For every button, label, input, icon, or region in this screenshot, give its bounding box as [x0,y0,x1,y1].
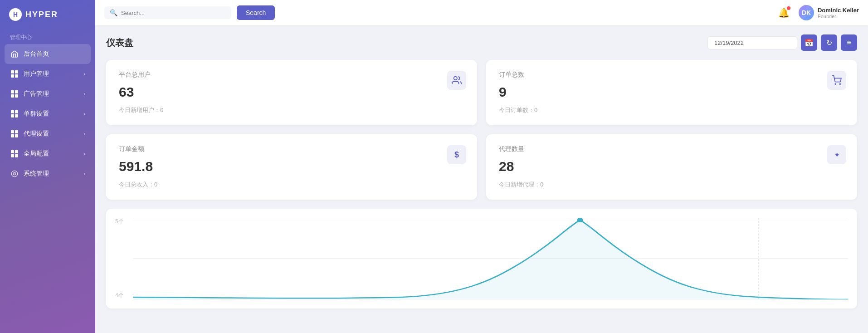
search-input[interactable] [121,10,212,16]
sidebar-section-label: 管理中心 [0,29,95,44]
user-role: Founder [818,14,859,19]
ad-icon [10,89,19,98]
users-icon [10,69,19,78]
svg-point-1 [11,171,17,176]
user-name: Dominic Keller [818,7,859,14]
chevron-right-icon: › [83,111,85,117]
sidebar-item-proxy-settings[interactable]: 代理设置 › [0,124,95,144]
sidebar-item-label-proxy: 代理设置 [24,130,49,138]
user-profile[interactable]: DK Dominic Keller Founder [799,5,859,20]
stat-card-total-orders: 订单总数 9 今日订单数：0 [486,60,857,125]
chevron-right-icon: › [83,151,85,157]
header: 🔍 Search 🔔 DK Dominic Keller Founder [95,0,868,25]
sidebar: H HYPER 管理中心 后台首页 用户管理 › 广告管理 › 单群设置 [0,0,95,333]
chevron-right-icon: › [83,91,85,97]
dashboard-controls: 📅 ↻ ≡ [707,34,857,51]
sidebar-item-system-management[interactable]: 系统管理 › [0,164,95,184]
stat-icon-amount: $ [447,145,466,164]
chart-y-label-top: 5个 [115,218,124,225]
svg-point-3 [835,83,836,84]
sidebar-item-label-config: 全局配置 [24,150,49,158]
filter-button[interactable]: ≡ [841,34,857,51]
sidebar-item-label-dashboard: 后台首页 [24,50,49,58]
svg-point-0 [13,172,15,175]
stat-label-users: 平台总用户 [119,71,464,79]
logo-icon: H [9,8,22,21]
page-title: 仪表盘 [106,37,133,49]
stat-label-amount: 订单金额 [119,145,464,153]
search-icon: 🔍 [110,9,117,16]
chart-y-label-bottom: 4个 [115,292,124,299]
calendar-icon: 📅 [805,39,814,47]
search-button[interactable]: Search [237,5,275,20]
system-icon [10,169,19,178]
date-picker[interactable] [707,36,797,49]
stat-sub-users: 今日新增用户：0 [119,106,464,114]
search-wrapper: 🔍 [104,6,231,19]
stat-label-orders: 订单总数 [499,71,844,79]
refresh-icon: ↻ [826,39,832,47]
chart-y-labels: 5个 4个 [115,218,124,299]
stat-value-amount: 591.8 [119,159,464,174]
svg-point-2 [454,77,457,80]
chevron-right-icon: › [83,71,85,77]
calendar-button[interactable]: 📅 [801,34,817,51]
stat-card-agent-count: 代理数量 28 今日新增代理：0 ✦ [486,134,857,200]
stat-card-order-amount: 订单金额 591.8 今日总收入：0 $ [106,134,477,200]
stat-value-users: 63 [119,84,464,100]
svg-point-9 [577,218,583,222]
stat-sub-orders: 今日订单数：0 [499,106,844,114]
stat-icon-agent: ✦ [827,145,846,164]
home-icon [10,49,19,59]
svg-point-4 [839,83,840,84]
sidebar-item-ad-management[interactable]: 广告管理 › [0,84,95,104]
sidebar-item-global-config[interactable]: 全局配置 › [0,144,95,164]
content-area: 仪表盘 📅 ↻ ≡ 平台总用户 63 今日新增用户：0 [95,25,868,333]
sidebar-item-cluster-settings[interactable]: 单群设置 › [0,104,95,124]
sidebar-item-dashboard[interactable]: 后台首页 [5,44,91,64]
sidebar-item-label-system: 系统管理 [24,170,49,178]
avatar: DK [799,5,814,20]
sidebar-item-user-management[interactable]: 用户管理 › [0,64,95,84]
dashboard-header: 仪表盘 📅 ↻ ≡ [106,34,857,51]
refresh-button[interactable]: ↻ [821,34,837,51]
stat-icon-users [447,71,466,90]
sidebar-item-label-cluster: 单群设置 [24,110,49,118]
stat-sub-agent: 今日新增代理：0 [499,181,844,189]
cluster-icon [10,109,19,118]
user-details: Dominic Keller Founder [818,7,859,19]
stat-sub-amount: 今日总收入：0 [119,181,464,189]
config-icon [10,149,19,158]
stat-value-orders: 9 [499,84,844,100]
stats-grid: 平台总用户 63 今日新增用户：0 订单总数 9 今日订单数：0 [106,60,857,200]
stat-card-total-users: 平台总用户 63 今日新增用户：0 [106,60,477,125]
chart-svg-area [133,218,848,299]
stat-value-agent: 28 [499,159,844,174]
main-area: 🔍 Search 🔔 DK Dominic Keller Founder 仪表盘… [95,0,868,333]
logo-text: HYPER [25,10,58,20]
sidebar-item-label-ad: 广告管理 [24,90,49,98]
chevron-right-icon: › [83,171,85,177]
chevron-right-icon: › [83,131,85,137]
stat-label-agent: 代理数量 [499,145,844,153]
notification-badge [787,6,790,10]
filter-icon: ≡ [847,39,851,47]
logo: H HYPER [0,0,95,29]
sidebar-item-label-users: 用户管理 [24,70,49,78]
notification-bell-button[interactable]: 🔔 [775,5,793,20]
proxy-icon [10,129,19,138]
chart-card: 5个 4个 [106,209,857,309]
stat-icon-orders [827,71,846,90]
